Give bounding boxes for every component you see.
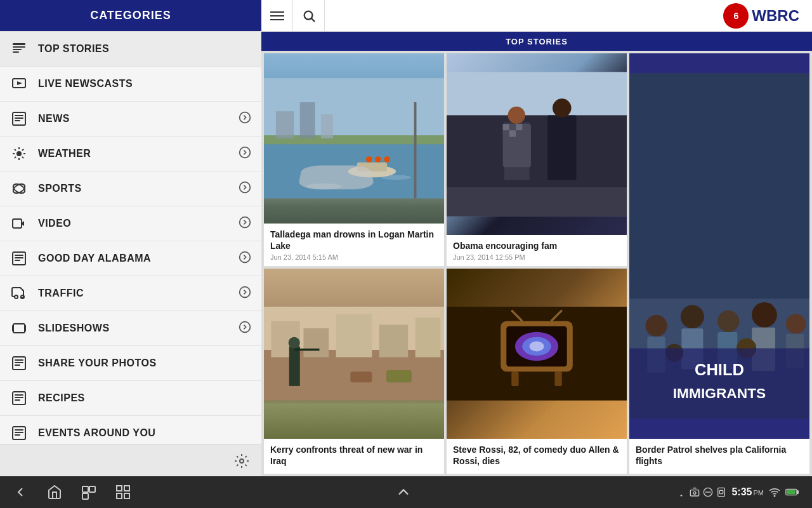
search-icon (302, 9, 316, 23)
svg-rect-93 (289, 346, 300, 385)
svg-line-1 (311, 18, 315, 22)
svg-rect-47 (15, 397, 23, 398)
svg-point-103 (530, 342, 544, 352)
rossi-card-info: Steve Rossi, 82, of comedy duo Allen & R… (447, 439, 627, 474)
sidebar-item-weather[interactable]: WEATHER (0, 137, 261, 171)
screenshot-icon (115, 485, 131, 500)
svg-rect-83 (547, 115, 576, 180)
usb-icon (676, 487, 686, 497)
section-title: TOP STORIES (506, 37, 568, 46)
search-button[interactable] (293, 0, 325, 32)
sidebar-footer (0, 444, 261, 476)
svg-rect-63 (321, 114, 333, 138)
news-card-immigrants[interactable]: CHILD IMMIGRANTS Border Patrol shelves p… (629, 53, 809, 474)
sidebar: TOP STORIES LIVE NEWSCASTS NEWS (0, 32, 261, 476)
svg-rect-43 (15, 362, 23, 363)
sidebar-item-top-stories[interactable]: TOP STORIES (0, 32, 261, 67)
events-label: EVENTS AROUND YOU (38, 427, 251, 439)
rossi-card-title: Steve Rossi, 82, of comedy duo Allen & R… (453, 444, 620, 467)
slideshows-icon (10, 319, 28, 337)
svg-rect-92 (416, 318, 441, 357)
wifi-icon (769, 486, 780, 498)
news-icon (10, 110, 28, 128)
svg-point-116 (752, 302, 777, 328)
tv-scene-svg (447, 269, 627, 439)
flood-card-info: Talladega man drowns in Logan Martin Lak… (264, 224, 444, 266)
weather-arrow (239, 146, 251, 162)
svg-rect-127 (82, 493, 88, 499)
svg-rect-50 (15, 429, 23, 431)
home-icon (47, 485, 62, 500)
svg-point-118 (786, 314, 806, 334)
live-newscasts-icon (10, 75, 28, 93)
battery-icon (785, 487, 799, 497)
svg-rect-10 (15, 117, 23, 119)
sidebar-item-video[interactable]: VIDEO (0, 206, 261, 241)
news-card-flood[interactable]: Talladega man drowns in Logan Martin Lak… (264, 53, 444, 266)
sidebar-item-good-day[interactable]: GOOD DAY ALABAMA (0, 241, 261, 276)
sidebar-items: TOP STORIES LIVE NEWSCASTS NEWS (0, 32, 261, 444)
immigrants-image: CHILD IMMIGRANTS (629, 53, 809, 439)
svg-point-134 (693, 491, 696, 494)
svg-rect-9 (15, 115, 23, 116)
sidebar-item-share-photos[interactable]: SHARE YOUR PHOTOS (0, 346, 261, 381)
svg-rect-30 (15, 255, 23, 256)
camera-icon (690, 487, 700, 497)
svg-rect-81 (516, 130, 522, 137)
time-ampm: PM (754, 489, 764, 497)
sidebar-item-recipes[interactable]: RECIPES (0, 381, 261, 416)
home-button[interactable] (47, 485, 62, 500)
svg-rect-31 (15, 257, 23, 258)
news-card-obama[interactable]: Obama encouraging fam Jun 23, 2014 12:55… (447, 53, 627, 266)
video-label: VIDEO (38, 218, 239, 229)
sidebar-item-events[interactable]: EVENTS AROUND YOU (0, 416, 261, 444)
weather-label: WEATHER (38, 148, 239, 159)
slideshows-arrow (239, 321, 251, 337)
categories-header: CATEGORIES (0, 0, 261, 31)
obama-card-title: Obama encouraging fam (453, 240, 620, 251)
recents-button[interactable] (81, 485, 96, 500)
up-chevron-icon (395, 483, 412, 501)
content-area: TOP STORIES (261, 32, 812, 476)
sidebar-item-sports[interactable]: SPORTS (0, 171, 261, 206)
hamburger-icon (270, 11, 284, 20)
svg-rect-32 (15, 260, 20, 261)
svg-rect-78 (516, 124, 522, 130)
screenshot-button[interactable] (115, 485, 131, 500)
svg-line-20 (22, 149, 23, 150)
top-stories-icon (10, 40, 28, 58)
obama-scene-svg (447, 53, 627, 235)
svg-rect-105 (554, 371, 561, 386)
svg-rect-37 (13, 324, 25, 333)
svg-point-66 (366, 156, 372, 162)
sidebar-item-news[interactable]: NEWS (0, 102, 261, 137)
back-button[interactable] (13, 485, 28, 500)
share-photos-icon (10, 354, 28, 372)
svg-rect-141 (797, 491, 798, 494)
news-card-rossi[interactable]: Steve Rossi, 82, of comedy duo Allen & R… (447, 269, 627, 474)
time-display: 5:35 PM (731, 486, 764, 498)
svg-rect-26 (13, 219, 22, 228)
svg-point-12 (240, 112, 251, 123)
settings-button[interactable] (232, 451, 251, 471)
flood-card-date: Jun 23, 2014 5:15 AM (270, 253, 438, 261)
news-card-iraq[interactable]: Kerry confronts threat of new war in Ira… (264, 269, 444, 474)
svg-rect-96 (350, 371, 372, 382)
video-arrow (239, 216, 251, 232)
sidebar-item-live-newscasts[interactable]: LIVE NEWSCASTS (0, 67, 261, 102)
traffic-label: TRAFFIC (38, 288, 239, 299)
sidebar-item-slideshows[interactable]: SLIDESHOWS (0, 311, 261, 346)
top-bar: CATEGORIES 6 WBRC (0, 0, 812, 32)
traffic-icon (10, 284, 28, 302)
sports-icon (10, 180, 28, 197)
svg-rect-104 (511, 371, 518, 386)
sidebar-item-traffic[interactable]: TRAFFIC (0, 276, 261, 311)
menu-button[interactable] (261, 0, 293, 32)
news-grid: Talladega man drowns in Logan Martin Lak… (261, 51, 812, 476)
svg-rect-133 (691, 490, 699, 496)
status-icons (676, 487, 726, 497)
svg-point-114 (717, 311, 739, 332)
svg-point-22 (240, 147, 251, 157)
traffic-arrow (239, 286, 251, 302)
up-chevron-button[interactable] (395, 483, 412, 501)
